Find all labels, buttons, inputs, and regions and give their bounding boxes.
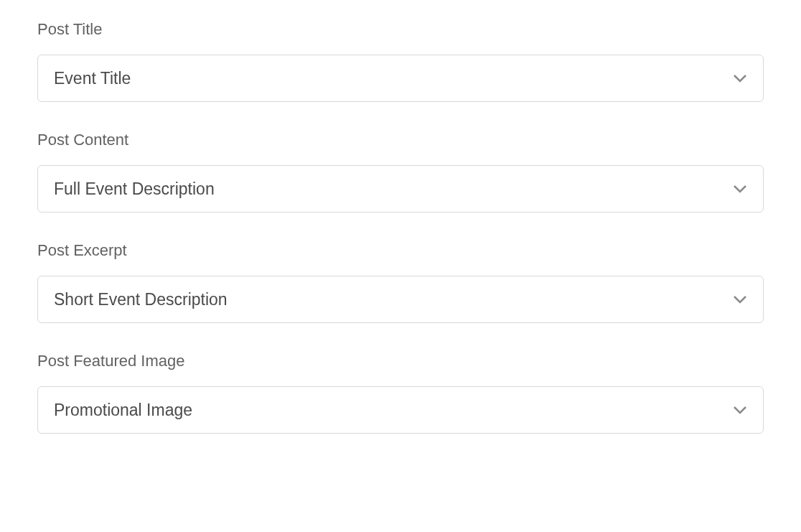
field-group-post-content: Post Content Full Event Description [37, 131, 764, 213]
field-label-post-featured-image: Post Featured Image [37, 352, 764, 370]
field-label-post-content: Post Content [37, 131, 764, 149]
chevron-down-icon [733, 292, 747, 307]
select-post-content[interactable]: Full Event Description [37, 165, 764, 213]
field-group-post-featured-image: Post Featured Image Promotional Image [37, 352, 764, 434]
select-value-post-featured-image: Promotional Image [54, 401, 192, 420]
field-group-post-excerpt: Post Excerpt Short Event Description [37, 241, 764, 323]
field-group-post-title: Post Title Event Title [37, 20, 764, 102]
select-value-post-excerpt: Short Event Description [54, 290, 228, 309]
chevron-down-icon [733, 403, 747, 417]
select-post-featured-image[interactable]: Promotional Image [37, 386, 764, 434]
select-post-title[interactable]: Event Title [37, 55, 764, 102]
field-label-post-excerpt: Post Excerpt [37, 241, 764, 260]
field-label-post-title: Post Title [37, 20, 764, 39]
chevron-down-icon [733, 71, 747, 85]
select-post-excerpt[interactable]: Short Event Description [37, 276, 764, 323]
chevron-down-icon [733, 182, 747, 196]
select-value-post-content: Full Event Description [54, 179, 215, 199]
select-value-post-title: Event Title [54, 69, 131, 88]
form-container: Post Title Event Title Post Content Full… [0, 0, 801, 532]
